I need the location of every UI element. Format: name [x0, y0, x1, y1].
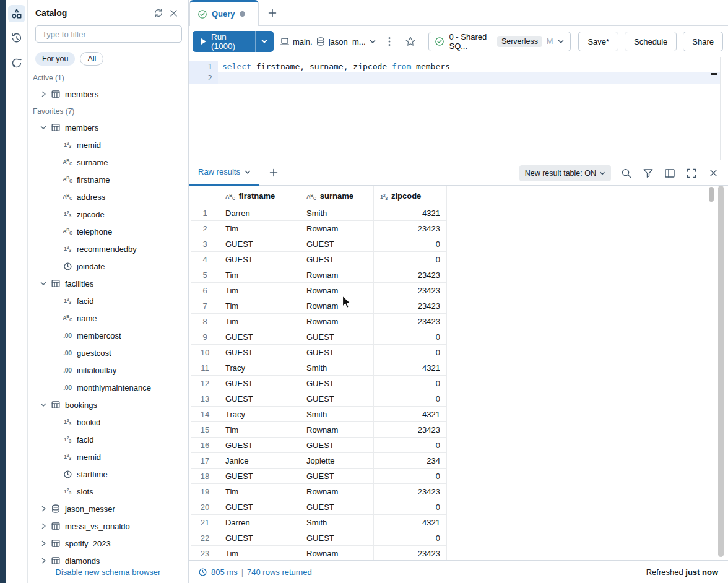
- table-cell[interactable]: Smith: [300, 515, 374, 530]
- row-number[interactable]: 11: [191, 360, 219, 376]
- row-number[interactable]: 20: [191, 499, 219, 515]
- table-cell[interactable]: GUEST: [300, 345, 374, 360]
- table-cell[interactable]: GUEST: [300, 329, 374, 345]
- chevron-down-icon[interactable]: [38, 399, 49, 410]
- table-cell[interactable]: Rownam: [300, 283, 374, 298]
- table-cell[interactable]: 0: [374, 329, 447, 345]
- table-cell[interactable]: GUEST: [219, 329, 300, 345]
- schedule-button[interactable]: Schedule: [625, 32, 677, 51]
- table-cell[interactable]: GUEST: [300, 391, 374, 407]
- row-number[interactable]: 8: [191, 314, 219, 329]
- table-cell[interactable]: Tim: [219, 484, 300, 499]
- table-cell[interactable]: GUEST: [300, 376, 374, 391]
- table-cell[interactable]: Tim: [219, 267, 300, 283]
- row-number[interactable]: 19: [191, 484, 219, 499]
- close-panel-icon[interactable]: [166, 6, 181, 20]
- table-cell[interactable]: GUEST: [300, 499, 374, 515]
- table-cell[interactable]: 0: [374, 469, 447, 484]
- table-cell[interactable]: GUEST: [300, 530, 374, 546]
- new-result-table-toggle[interactable]: New result table: ON: [519, 165, 611, 181]
- column-header-zipcode[interactable]: 123zipcode: [374, 186, 447, 205]
- raw-results-tab[interactable]: Raw results: [189, 160, 259, 186]
- close-results-icon[interactable]: [707, 167, 719, 179]
- catalog-schema-selector[interactable]: main. jason_m...: [280, 37, 376, 46]
- row-number[interactable]: 13: [191, 391, 219, 407]
- catalog-tree-item[interactable]: .00initialoutlay: [28, 361, 188, 379]
- catalog-tree-item[interactable]: joindate: [28, 257, 188, 275]
- row-number[interactable]: 23: [191, 546, 219, 561]
- assistant-icon[interactable]: [8, 54, 25, 72]
- catalog-tree-item[interactable]: 123bookid: [28, 413, 188, 431]
- table-cell[interactable]: 0: [374, 376, 447, 391]
- catalog-tree-item[interactable]: spotify_2023: [28, 535, 188, 552]
- table-cell[interactable]: Rownam: [300, 422, 374, 438]
- add-result-tab-icon[interactable]: [266, 165, 281, 180]
- table-cell[interactable]: GUEST: [219, 345, 300, 360]
- share-button[interactable]: Share: [683, 32, 723, 51]
- code-line[interactable]: 1select firstname, surname, zipcode from…: [189, 61, 720, 72]
- table-cell[interactable]: GUEST: [300, 252, 374, 267]
- table-cell[interactable]: 4321: [374, 205, 447, 221]
- table-cell[interactable]: GUEST: [219, 499, 300, 515]
- table-cell[interactable]: GUEST: [300, 236, 374, 252]
- schema-browser-icon[interactable]: [8, 5, 25, 22]
- table-cell[interactable]: 4321: [374, 515, 447, 530]
- table-cell[interactable]: GUEST: [219, 391, 300, 407]
- table-cell[interactable]: 23423: [374, 298, 447, 314]
- table-cell[interactable]: Joplette: [300, 453, 374, 469]
- table-cell[interactable]: GUEST: [300, 438, 374, 453]
- favorite-star-icon[interactable]: [403, 33, 417, 50]
- column-header-firstname[interactable]: ABCfirstname: [219, 186, 300, 205]
- table-cell[interactable]: 0: [374, 438, 447, 453]
- table-cell[interactable]: Rownam: [300, 298, 374, 314]
- table-cell[interactable]: Rownam: [300, 484, 374, 499]
- chevron-down-icon[interactable]: [38, 122, 49, 133]
- table-cell[interactable]: GUEST: [219, 530, 300, 546]
- table-cell[interactable]: 23423: [374, 221, 447, 236]
- catalog-tree-item[interactable]: bookings: [28, 396, 188, 413]
- catalog-tree-item[interactable]: starttime: [28, 465, 188, 483]
- table-cell[interactable]: 0: [374, 499, 447, 515]
- table-cell[interactable]: 0: [374, 391, 447, 407]
- table-scrollbar-thumb[interactable]: [709, 187, 714, 202]
- catalog-tree-item[interactable]: diamonds: [28, 552, 188, 569]
- table-cell[interactable]: Tim: [219, 546, 300, 561]
- catalog-tree-item[interactable]: ABCfirstname: [28, 171, 188, 188]
- warehouse-selector[interactable]: 0 - Shared SQ... Serverless M: [428, 32, 571, 51]
- table-cell[interactable]: 23423: [374, 546, 447, 561]
- table-cell[interactable]: Tim: [219, 298, 300, 314]
- catalog-filter-input[interactable]: [35, 25, 182, 43]
- table-cell[interactable]: Janice: [219, 453, 300, 469]
- catalog-tree-item[interactable]: 123zipcode: [28, 205, 188, 223]
- row-number[interactable]: 14: [191, 407, 219, 422]
- row-number[interactable]: 12: [191, 376, 219, 391]
- catalog-tree-item[interactable]: members: [28, 85, 188, 103]
- table-cell[interactable]: Tim: [219, 314, 300, 329]
- row-number[interactable]: 2: [191, 221, 219, 236]
- catalog-tree-item[interactable]: 123recommendedby: [28, 240, 188, 257]
- row-number[interactable]: 21: [191, 515, 219, 530]
- catalog-tree-item[interactable]: 123memid: [28, 136, 188, 153]
- table-cell[interactable]: Darren: [219, 515, 300, 530]
- catalog-tree-item[interactable]: messi_vs_ronaldo: [28, 517, 188, 535]
- column-header-surname[interactable]: ABCsurname: [300, 186, 374, 205]
- execution-stats[interactable]: 805 ms | 740 rows returned: [198, 568, 312, 577]
- tab-query[interactable]: Query: [189, 0, 259, 26]
- chevron-right-icon[interactable]: [38, 503, 49, 514]
- table-cell[interactable]: Darren: [219, 205, 300, 221]
- disable-schema-browser-link[interactable]: Disable new schema browser: [56, 568, 161, 577]
- run-button[interactable]: Run (1000): [193, 31, 274, 52]
- row-number[interactable]: 6: [191, 283, 219, 298]
- table-cell[interactable]: Rownam: [300, 314, 374, 329]
- table-cell[interactable]: 23423: [374, 314, 447, 329]
- panel-scrollbar-thumb[interactable]: [718, 186, 724, 557]
- table-cell[interactable]: GUEST: [219, 438, 300, 453]
- chevron-right-icon[interactable]: [38, 89, 49, 100]
- pill-all[interactable]: All: [80, 52, 103, 66]
- catalog-tree-item[interactable]: .00monthlymaintenance: [28, 379, 188, 396]
- row-number[interactable]: 10: [191, 345, 219, 360]
- table-cell[interactable]: GUEST: [219, 376, 300, 391]
- catalog-tree-item[interactable]: ABCtelephone: [28, 223, 188, 240]
- chevron-down-icon[interactable]: [38, 278, 49, 289]
- row-number[interactable]: 7: [191, 298, 219, 314]
